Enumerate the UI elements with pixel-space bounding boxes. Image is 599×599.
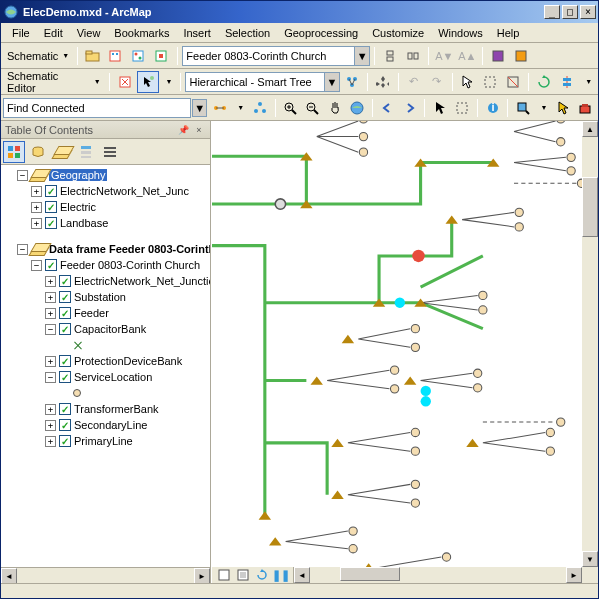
menu-help[interactable]: Help [490,25,527,41]
layer-checkbox[interactable] [45,201,57,213]
tree-geography[interactable]: Geography [49,169,107,181]
select-yellow-button[interactable] [552,97,573,119]
find-dropdown[interactable]: ▼ [192,99,207,117]
tree-item[interactable]: CapacitorBank [74,323,146,335]
layer-checkbox[interactable] [59,307,71,319]
forward-button[interactable] [399,97,420,119]
zoom-to-sel-button[interactable] [512,97,533,119]
zoom-dropdown[interactable]: ▼ [536,102,551,113]
layer-checkbox[interactable] [59,371,71,383]
toc-list-by-source[interactable] [27,141,49,163]
expand-btn[interactable]: + [31,186,42,197]
toc-pin-button[interactable]: 📌 [176,123,190,137]
new-diagram-button[interactable] [105,45,127,67]
menu-selection[interactable]: Selection [218,25,277,41]
save-edits-button[interactable] [510,45,532,67]
trace-dropdown[interactable]: ▼ [233,102,248,113]
expand-btn[interactable]: + [45,404,56,415]
menu-edit[interactable]: Edit [37,25,70,41]
zoom-out-button[interactable] [302,97,323,119]
menu-insert[interactable]: Insert [176,25,218,41]
layer-checkbox[interactable] [59,275,71,287]
pause-button[interactable]: ❚❚ [273,567,289,583]
trace-tool-2[interactable] [249,97,270,119]
tree-item[interactable]: SecondaryLine [74,419,147,431]
schematic-menu[interactable]: Schematic▼ [3,48,73,64]
propagate-button[interactable] [379,45,401,67]
schematic-editor-menu[interactable]: Schematic Editor▼ [3,68,105,96]
expand-dataframe[interactable]: − [17,244,28,255]
expand-btn[interactable]: − [31,260,42,271]
find-input[interactable] [3,98,191,118]
layer-checkbox[interactable] [59,323,71,335]
close-button[interactable]: × [580,5,596,19]
minimize-button[interactable]: _ [544,5,560,19]
layer-checkbox[interactable] [59,355,71,367]
tree-item[interactable]: Feeder [74,307,109,319]
map-canvas[interactable]: ▲▼ ❚❚ ◄► [211,121,598,583]
pointer-tool[interactable] [457,71,479,93]
menu-file[interactable]: File [5,25,37,41]
options-button[interactable] [487,45,509,67]
expand-btn[interactable]: + [45,276,56,287]
toc-options[interactable] [99,141,121,163]
propagate-sel-button[interactable] [402,45,424,67]
expand-btn[interactable]: + [31,202,42,213]
tree-item[interactable]: ServiceLocation [74,371,152,383]
align-tool[interactable] [556,71,578,93]
undo-button[interactable]: ↶ [403,71,425,93]
menu-bookmarks[interactable]: Bookmarks [107,25,176,41]
menu-geoprocessing[interactable]: Geoprocessing [277,25,365,41]
toc-tree[interactable]: −Geography +ElectricNetwork_Net_Junc +El… [1,165,210,567]
layer-checkbox[interactable] [45,259,57,271]
layer-checkbox[interactable] [59,403,71,415]
toc-close-button[interactable]: × [192,123,206,137]
move-tool-button[interactable] [137,71,159,93]
tree-item[interactable]: ProtectionDeviceBank [74,355,182,367]
increase-text-button[interactable]: A▲ [456,45,478,67]
generate-diagram-button[interactable] [128,45,150,67]
layout-props-button[interactable] [372,71,394,93]
menu-customize[interactable]: Customize [365,25,431,41]
canvas-hscroll[interactable]: ❚❚ ◄► [212,567,582,583]
expand-btn[interactable]: + [45,356,56,367]
toc-list-by-drawing[interactable] [3,141,25,163]
toc-list-by-visibility[interactable] [51,141,73,163]
zoom-in-button[interactable] [280,97,301,119]
layer-checkbox[interactable] [59,291,71,303]
layout-view-tab[interactable] [235,567,251,583]
toolbox-button[interactable] [575,97,596,119]
open-diagram-button[interactable] [82,45,104,67]
tree-item[interactable]: Substation [74,291,126,303]
expand-geography[interactable]: − [17,170,28,181]
canvas-vscroll[interactable]: ▲▼ [582,121,598,567]
expand-btn[interactable]: + [45,292,56,303]
clear-sel-tool[interactable] [502,71,524,93]
tree-item[interactable]: PrimaryLine [74,435,133,447]
tree-item[interactable]: ElectricNetwork_Net_Junctions [74,275,210,287]
expand-btn[interactable]: − [45,372,56,383]
tree-item[interactable]: Electric [60,201,96,213]
tree-feeder[interactable]: Feeder 0803-Corinth Church [60,259,200,271]
identify-button[interactable]: i [482,97,503,119]
edit-tool-button[interactable] [114,71,136,93]
tree-item[interactable]: TransformerBank [74,403,159,415]
tree-dataframe[interactable]: Data frame Feeder 0803-Corinth Church [49,243,210,255]
tree-item[interactable]: ElectricNetwork_Net_Junc [60,185,189,197]
expand-btn[interactable]: + [45,436,56,447]
diagram-select[interactable]: Feeder 0803-Corinth Church ▼ [182,46,370,66]
full-extent-button[interactable] [346,97,367,119]
layer-checkbox[interactable] [59,435,71,447]
toc-list-by-selection[interactable] [75,141,97,163]
rotate-tool[interactable] [533,71,555,93]
clear-selection-button[interactable] [452,97,473,119]
select-arrow-button[interactable] [429,97,450,119]
pan-button[interactable] [324,97,345,119]
layer-checkbox[interactable] [59,419,71,431]
layout-select[interactable]: Hierarchical - Smart Tree ▼ [185,72,339,92]
tree-item[interactable]: Landbase [60,217,108,229]
toc-hscroll[interactable]: ◄► [1,567,210,583]
expand-btn[interactable]: + [45,420,56,431]
data-view-tab[interactable] [216,567,232,583]
maximize-button[interactable]: □ [562,5,578,19]
